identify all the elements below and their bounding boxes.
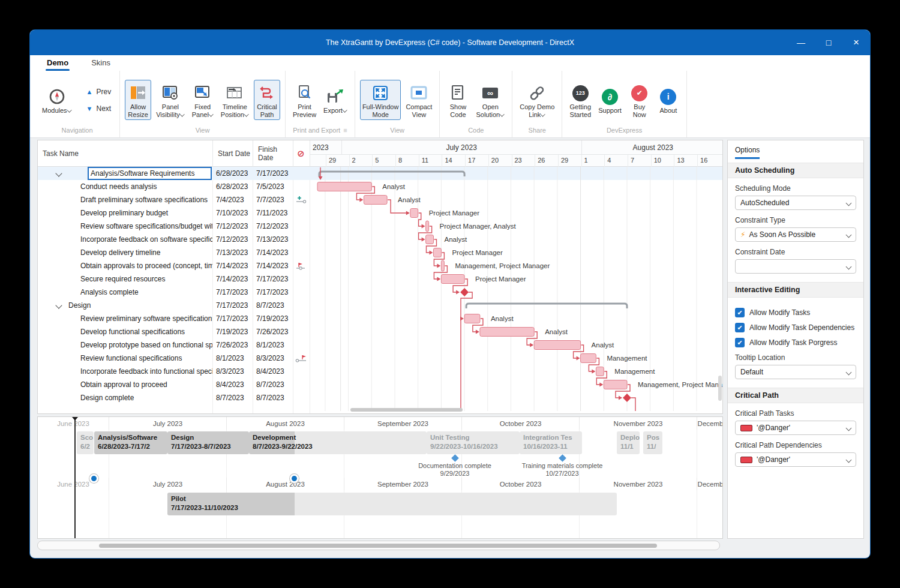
start-date-cell[interactable]: 7/17/2023 [212,312,253,325]
gantt-bar[interactable] [480,328,534,337]
finish-date-cell[interactable]: 8/4/2023 [253,365,293,378]
gantt-bar[interactable] [604,380,627,389]
critical-path-button[interactable]: Critical Path [254,80,280,120]
task-name-cell[interactable]: Develop delivery timeline [38,246,212,259]
table-row[interactable]: Review software specifications/budget wi… [38,220,310,233]
start-date-cell[interactable]: 6/28/2023 [212,167,253,180]
finish-date-cell[interactable]: 7/17/2023 [253,272,293,286]
start-date-cell[interactable]: 7/26/2023 [212,338,253,352]
start-date-cell[interactable]: 7/10/2023 [212,206,253,220]
dialog-launcher-icon[interactable]: ≡ [343,127,347,134]
table-row[interactable]: Obtain approval to proceed8/4/20238/7/20… [38,378,310,391]
timeline-phase-block[interactable]: Pos11/ [643,431,662,454]
finish-date-cell[interactable]: 7/17/2023 [253,167,293,180]
task-name-cell[interactable]: Incorporate feedback on software specifi… [38,233,212,246]
gantt-chart[interactable]: AnalystAnalystProject ManagerProject Man… [310,167,723,411]
start-date-cell[interactable]: 7/17/2023 [212,286,253,299]
export-button[interactable]: Export [321,83,350,116]
support-button[interactable]: ∂Support [596,83,624,116]
finish-date-cell[interactable]: 8/7/2023 [253,391,293,404]
show-code-button[interactable]: Show Code [445,80,471,120]
checkbox-checked-icon[interactable]: ✔ [735,308,745,317]
table-row[interactable]: Design complete8/7/20238/7/2023 [38,391,310,404]
start-date-cell[interactable]: 7/13/2023 [212,246,253,259]
timeline-phase-block[interactable]: Analysis/Software6/28/2023-7/17/2 [94,431,167,454]
timeline-phase-block[interactable]: Sco6/2 [77,431,94,454]
table-row[interactable]: Design7/17/20238/7/2023 [38,299,310,312]
gantt-bar[interactable] [441,275,464,284]
task-name-cell[interactable]: Review software specifications/budget wi… [38,220,212,233]
print-preview-button[interactable]: Print Preview [290,80,319,120]
start-date-cell[interactable]: 8/7/2023 [212,391,253,404]
compact-view-button[interactable]: Compact View [403,80,434,120]
buy-now-button[interactable]: ✔Buy Now [626,80,653,120]
table-row[interactable]: Develop preliminary budget7/10/20237/11/… [38,206,310,220]
finish-date-cell[interactable]: 8/3/2023 [253,352,293,365]
table-row[interactable]: Incorporate feedback into functional spe… [38,365,310,378]
start-date-cell[interactable]: 7/19/2023 [212,325,253,338]
table-row[interactable]: Conduct needs analysis6/28/20237/5/2023 [38,180,310,193]
modules-button[interactable]: Modules [40,83,74,116]
task-name-cell[interactable]: Incorporate feedback into functional spe… [38,365,212,378]
next-button[interactable]: ▼Next [83,103,115,114]
checkbox-checked-icon[interactable]: ✔ [735,323,745,332]
task-name-cell[interactable]: Develop functional specifications [38,325,212,338]
finish-date-cell[interactable]: 7/14/2023 [253,259,293,272]
table-row[interactable]: Review functional specifications8/1/2023… [38,352,310,365]
gantt-bar[interactable] [364,196,387,205]
checkbox-row[interactable]: ✔Allow Modify Task Dependencies [735,323,856,332]
finish-date-cell[interactable]: 7/7/2023 [253,193,293,206]
range-handle[interactable] [89,474,98,483]
gantt-bar[interactable] [581,354,596,363]
horizontal-scrollbar[interactable] [37,541,720,550]
timeline-phase-block[interactable]: Development8/7/2023-9/22/2023 [249,431,427,454]
start-date-cell[interactable]: 7/4/2023 [212,193,253,206]
task-name-cell[interactable]: Obtain approval to proceed [38,378,212,391]
task-name-cell[interactable]: Design [38,299,212,312]
finish-date-cell[interactable]: 7/12/2023 [253,220,293,233]
open-solution-button[interactable]: ∞Open Solution [473,80,507,120]
about-button[interactable]: iAbout [655,83,682,116]
table-row[interactable]: Develop functional specifications7/19/20… [38,325,310,338]
checkbox-checked-icon[interactable]: ✔ [735,338,745,347]
task-name-cell[interactable]: Review functional specifications [38,352,212,365]
table-row[interactable]: Analysis/Software Requirements6/28/20237… [38,167,310,180]
task-name-cell[interactable]: Develop preliminary budget [38,206,212,220]
column-header-start-date[interactable]: Start Date [212,140,253,167]
table-row[interactable]: Develop prototype based on functional sp… [38,338,310,352]
tooltip-location-select[interactable]: Default [735,365,856,379]
allow-resize-button[interactable]: Allow Resize [125,80,151,120]
scrollbar-thumb[interactable] [99,544,657,548]
prev-button[interactable]: ▲Prev [83,86,115,97]
table-row[interactable]: Review preliminary software specificatio… [38,312,310,325]
gantt-bar[interactable] [317,182,371,191]
finish-date-cell[interactable]: 7/14/2023 [253,246,293,259]
gantt-bar[interactable] [426,221,429,232]
copy-demo-link-button[interactable]: Copy Demo Link [517,80,557,120]
task-name-cell[interactable]: Design complete [38,391,212,404]
table-row[interactable]: Incorporate feedback on software specifi… [38,233,310,246]
constraint-date-select[interactable] [735,259,856,274]
task-name-cell[interactable]: Develop prototype based on functional sp… [38,338,212,352]
tab-options[interactable]: Options [735,140,856,163]
timeline-phase-block[interactable]: Integration Tes10/16/2023-11 [520,431,582,454]
task-name-cell[interactable]: Analysis complete [38,286,212,299]
start-date-cell[interactable]: 8/1/2023 [212,352,253,365]
table-row[interactable]: Obtain approvals to proceed (concept, ti… [38,259,310,272]
timeline-position-button[interactable]: Timeline Position [218,80,251,120]
fixed-panel-button[interactable]: Fixed Panel [190,80,216,120]
close-button[interactable]: × [842,30,870,55]
start-date-cell[interactable]: 7/14/2023 [212,272,253,286]
timeline-milestone-diamond[interactable] [451,454,459,462]
checkbox-row[interactable]: ✔Allow Modify Tasks [735,308,856,317]
task-name-cell[interactable]: Review preliminary software specificatio… [38,312,212,325]
start-date-cell[interactable]: 8/3/2023 [212,365,253,378]
finish-date-cell[interactable]: 7/11/2023 [253,206,293,220]
task-name-cell[interactable]: Analysis/Software Requirements [38,167,212,180]
task-name-cell[interactable]: Draft preliminary software specification… [38,193,212,206]
table-row[interactable]: Develop delivery timeline7/13/20237/14/2… [38,246,310,259]
gantt-bar[interactable] [464,314,480,323]
gantt-bar[interactable] [410,209,418,218]
timeline-phase-block[interactable]: Design7/17/2023-8/7/2023 [167,431,249,454]
finish-date-cell[interactable]: 8/1/2023 [253,338,293,352]
